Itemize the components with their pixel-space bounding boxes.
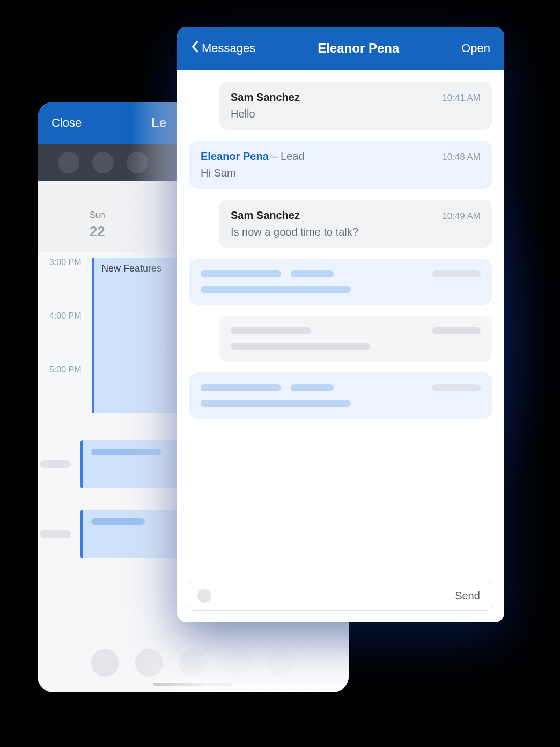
attach-button[interactable]	[189, 581, 219, 610]
message-sender: Sam Sanchez	[231, 91, 300, 104]
message-placeholder	[189, 372, 492, 419]
back-label: Messages	[202, 41, 255, 55]
day-name: Sun	[49, 210, 145, 220]
nav-item[interactable]	[223, 649, 251, 677]
back-button[interactable]: Messages	[191, 41, 255, 56]
nav-item[interactable]	[267, 649, 295, 677]
close-button[interactable]: Close	[51, 116, 82, 130]
message-placeholder	[189, 259, 492, 305]
day-column-sun[interactable]: Sun 22	[49, 210, 145, 247]
time-label: 4:00 PM	[49, 311, 90, 365]
tab-placeholder[interactable]	[127, 152, 148, 173]
plus-icon	[197, 589, 211, 603]
nav-item[interactable]	[135, 649, 163, 677]
day-number: 22	[49, 223, 145, 240]
message-bubble[interactable]: Eleanor Pena – Lead 10:48 AM Hi Sam	[189, 141, 492, 189]
messages-header: Messages Eleanor Pena Open	[177, 27, 504, 70]
contact-name: Eleanor Pena	[318, 41, 399, 56]
messages-app: Messages Eleanor Pena Open Sam Sanchez 1…	[177, 27, 504, 622]
message-composer: Send	[189, 581, 492, 611]
open-button[interactable]: Open	[461, 41, 490, 55]
calendar-bottom-nav	[38, 633, 349, 692]
nav-item[interactable]	[179, 649, 207, 677]
home-indicator	[153, 683, 233, 686]
message-time: 10:48 AM	[442, 152, 481, 163]
tab-placeholder[interactable]	[92, 152, 114, 173]
message-text: Hi Sam	[201, 167, 481, 179]
message-sender: Sam Sanchez	[231, 209, 300, 222]
message-time: 10:49 AM	[442, 211, 481, 222]
message-thread[interactable]: Sam Sanchez 10:41 AM Hello Eleanor Pena …	[177, 70, 504, 575]
tab-placeholder[interactable]	[58, 152, 79, 173]
chevron-left-icon	[191, 41, 198, 56]
message-time: 10:41 AM	[442, 93, 481, 104]
message-text: Hello	[231, 108, 481, 120]
nav-item[interactable]	[91, 649, 119, 677]
message-input[interactable]	[219, 581, 443, 610]
message-bubble[interactable]: Sam Sanchez 10:49 AM Is now a good time …	[219, 200, 492, 248]
event-title: New Features	[101, 263, 161, 274]
message-sender: Eleanor Pena – Lead	[201, 150, 304, 163]
send-button[interactable]: Send	[443, 581, 492, 610]
time-label: 5:00 PM	[49, 365, 90, 419]
message-text: Is now a good time to talk?	[231, 226, 481, 238]
message-bubble[interactable]: Sam Sanchez 10:41 AM Hello	[219, 82, 492, 130]
time-label: 3:00 PM	[49, 258, 90, 311]
calendar-title: Le	[151, 115, 166, 130]
message-placeholder	[219, 316, 492, 362]
